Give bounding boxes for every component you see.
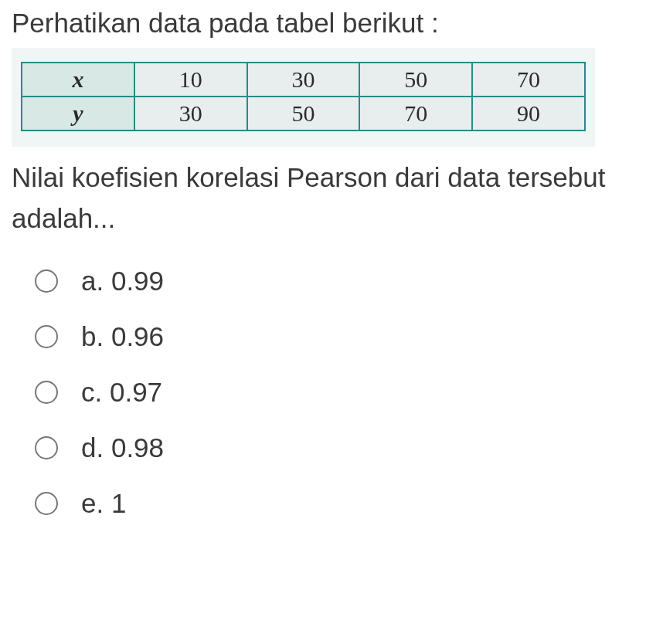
cell-x-2: 30 (247, 63, 360, 97)
radio-icon[interactable] (35, 436, 58, 459)
radio-icon[interactable] (35, 325, 58, 348)
option-label-b: b. 0.96 (81, 321, 164, 352)
row-header-y: y (22, 97, 134, 130)
row-header-x: x (22, 63, 134, 97)
radio-icon[interactable] (35, 269, 58, 293)
option-c[interactable]: c. 0.97 (35, 377, 651, 408)
option-a[interactable]: a. 0.99 (35, 266, 651, 297)
option-d[interactable]: d. 0.98 (35, 432, 651, 463)
cell-x-3: 50 (359, 63, 472, 97)
cell-y-3: 70 (359, 97, 472, 130)
cell-x-1: 10 (134, 63, 247, 97)
cell-y-4: 90 (472, 97, 585, 130)
data-table: x 10 30 50 70 y 30 50 70 90 (21, 62, 586, 131)
radio-icon[interactable] (35, 381, 58, 404)
table-container: x 10 30 50 70 y 30 50 70 90 (12, 48, 595, 147)
question-text: Nilai koefisien korelasi Pearson dari da… (12, 158, 651, 239)
instruction-text: Perhatikan data pada tabel berikut : (12, 8, 651, 39)
radio-icon[interactable] (35, 492, 58, 515)
table-row: y 30 50 70 90 (22, 97, 585, 130)
option-label-a: a. 0.99 (81, 266, 164, 297)
cell-y-1: 30 (134, 97, 247, 130)
option-e[interactable]: e. 1 (35, 488, 651, 519)
option-label-d: d. 0.98 (81, 432, 164, 463)
option-b[interactable]: b. 0.96 (35, 321, 651, 352)
option-label-e: e. 1 (81, 488, 126, 519)
cell-x-4: 70 (472, 63, 585, 97)
table-row: x 10 30 50 70 (22, 63, 585, 97)
cell-y-2: 50 (247, 97, 360, 130)
options-list: a. 0.99 b. 0.96 c. 0.97 d. 0.98 e. 1 (12, 266, 651, 519)
option-label-c: c. 0.97 (81, 377, 162, 408)
